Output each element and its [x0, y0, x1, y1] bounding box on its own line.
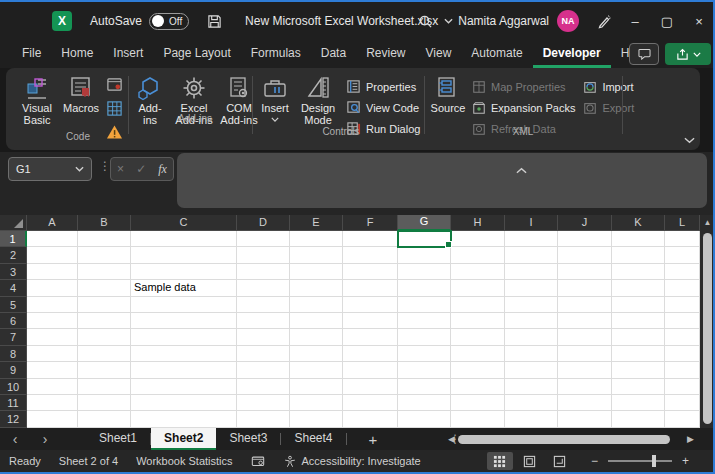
cell-E3[interactable]: [290, 264, 343, 280]
cell-A8[interactable]: [27, 346, 78, 362]
cell-J8[interactable]: [558, 346, 612, 362]
column-header-H[interactable]: H: [451, 215, 505, 231]
cell-A11[interactable]: [27, 395, 78, 411]
cell-B1[interactable]: [78, 231, 131, 247]
cell-H5[interactable]: [451, 297, 505, 313]
cell-A4[interactable]: [27, 280, 78, 296]
cell-G11[interactable]: [398, 395, 451, 411]
maximize-button[interactable]: ▢: [651, 5, 683, 37]
tab-data[interactable]: Data: [311, 40, 356, 68]
cell-E5[interactable]: [290, 297, 343, 313]
cell-I10[interactable]: [505, 379, 558, 395]
cell-J5[interactable]: [558, 297, 612, 313]
cell-L8[interactable]: [665, 346, 700, 362]
cell-K7[interactable]: [612, 329, 665, 345]
cell-C5[interactable]: [131, 297, 237, 313]
cell-F8[interactable]: [343, 346, 398, 362]
cell-C12[interactable]: [131, 411, 237, 427]
cancel-button[interactable]: ×: [117, 162, 124, 176]
column-header-A[interactable]: A: [27, 215, 78, 231]
record-macro-button[interactable]: [106, 76, 123, 97]
cell-D4[interactable]: [237, 280, 290, 296]
horizontal-scroll-thumb[interactable]: [458, 435, 670, 444]
cell-F11[interactable]: [343, 395, 398, 411]
cell-C8[interactable]: [131, 346, 237, 362]
vertical-scroll-thumb[interactable]: [703, 233, 712, 424]
cell-D6[interactable]: [237, 313, 290, 329]
cell-C1[interactable]: [131, 231, 237, 247]
cell-G1[interactable]: [398, 231, 451, 247]
share-button[interactable]: [665, 43, 711, 65]
cell-E7[interactable]: [290, 329, 343, 345]
cell-B2[interactable]: [78, 247, 131, 263]
cell-F3[interactable]: [343, 264, 398, 280]
cell-H9[interactable]: [451, 362, 505, 378]
cell-G5[interactable]: [398, 297, 451, 313]
cell-C6[interactable]: [131, 313, 237, 329]
cell-A3[interactable]: [27, 264, 78, 280]
cell-A5[interactable]: [27, 297, 78, 313]
cell-A9[interactable]: [27, 362, 78, 378]
cell-G3[interactable]: [398, 264, 451, 280]
insert-function-button[interactable]: fx: [158, 162, 167, 177]
tab-developer[interactable]: Developer: [533, 40, 611, 68]
cell-J2[interactable]: [558, 247, 612, 263]
cell-E10[interactable]: [290, 379, 343, 395]
cell-F9[interactable]: [343, 362, 398, 378]
column-header-F[interactable]: F: [343, 215, 398, 231]
cell-C11[interactable]: [131, 395, 237, 411]
cell-G7[interactable]: [398, 329, 451, 345]
page-layout-view-button[interactable]: [517, 452, 543, 470]
cell-I11[interactable]: [505, 395, 558, 411]
cell-J6[interactable]: [558, 313, 612, 329]
cell-F6[interactable]: [343, 313, 398, 329]
row-header-2[interactable]: 2: [0, 247, 27, 263]
cell-F10[interactable]: [343, 379, 398, 395]
tab-file[interactable]: File: [12, 40, 51, 68]
cell-F12[interactable]: [343, 411, 398, 427]
formula-input[interactable]: [177, 153, 707, 208]
cell-L6[interactable]: [665, 313, 700, 329]
cell-A7[interactable]: [27, 329, 78, 345]
cell-J12[interactable]: [558, 411, 612, 427]
cell-J3[interactable]: [558, 264, 612, 280]
cell-D11[interactable]: [237, 395, 290, 411]
cell-A6[interactable]: [27, 313, 78, 329]
cell-K4[interactable]: [612, 280, 665, 296]
scroll-right-icon[interactable]: ▶: [687, 434, 694, 444]
cell-B3[interactable]: [78, 264, 131, 280]
column-header-I[interactable]: I: [505, 215, 558, 231]
cell-J9[interactable]: [558, 362, 612, 378]
cell-D12[interactable]: [237, 411, 290, 427]
cell-K10[interactable]: [612, 379, 665, 395]
cell-H11[interactable]: [451, 395, 505, 411]
use-relative-references-button[interactable]: [106, 100, 123, 121]
cell-K9[interactable]: [612, 362, 665, 378]
cell-G8[interactable]: [398, 346, 451, 362]
row-header-9[interactable]: 9: [0, 362, 27, 378]
cell-E1[interactable]: [290, 231, 343, 247]
properties-button[interactable]: Properties: [346, 76, 420, 97]
column-header-J[interactable]: J: [558, 215, 612, 231]
cell-H1[interactable]: [451, 231, 505, 247]
sheet-tab-sheet3[interactable]: Sheet3: [216, 428, 280, 450]
tab-view[interactable]: View: [416, 40, 462, 68]
macros-button[interactable]: Macros: [60, 72, 102, 114]
cell-D5[interactable]: [237, 297, 290, 313]
cell-C9[interactable]: [131, 362, 237, 378]
cell-F5[interactable]: [343, 297, 398, 313]
cell-B12[interactable]: [78, 411, 131, 427]
editing-pen-button[interactable]: [589, 6, 619, 36]
cell-J11[interactable]: [558, 395, 612, 411]
expansion-packs-button[interactable]: Expansion Packs: [472, 97, 575, 118]
cell-E12[interactable]: [290, 411, 343, 427]
cell-I4[interactable]: [505, 280, 558, 296]
cell-I6[interactable]: [505, 313, 558, 329]
cell-K3[interactable]: [612, 264, 665, 280]
row-header-11[interactable]: 11: [0, 395, 27, 411]
cell-G12[interactable]: [398, 411, 451, 427]
cell-K12[interactable]: [612, 411, 665, 427]
zoom-in-button[interactable]: +: [682, 454, 689, 468]
row-header-10[interactable]: 10: [0, 379, 27, 395]
cell-H4[interactable]: [451, 280, 505, 296]
